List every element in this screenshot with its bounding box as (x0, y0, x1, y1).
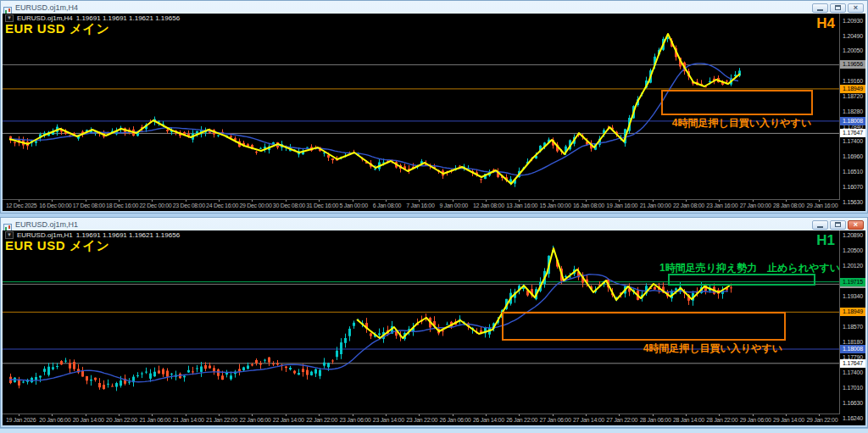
price-level-badge: 1.18949 (840, 308, 865, 316)
time-tick-mark (286, 200, 287, 202)
chart-window-h4: EURUSD.oj1m,H4 × ▼ EURUSD.oj1m,H4 1.1969… (0, 0, 868, 214)
time-tick-label: 20 Jan 14:00 (73, 417, 104, 423)
close-button[interactable]: × (848, 3, 864, 13)
time-tick-label: 29 Jan 06:00 (740, 417, 771, 423)
time-tick-label: 27 Jan 14:00 (573, 417, 604, 423)
price-tick-label: 1.17400 (843, 138, 863, 144)
time-tick-label: 12 Dec 2025 (6, 203, 36, 208)
time-tick-mark (152, 414, 153, 416)
candles-layer (9, 34, 741, 187)
pair-label: EUR USD メイン (5, 21, 109, 37)
time-tick-mark (19, 200, 19, 202)
time-tick-label: 22 Jan 14:00 (273, 417, 304, 423)
candles-layer (9, 246, 732, 391)
chart-window-icon (3, 220, 12, 229)
time-tick-label: 30 Dec 08:00 (273, 203, 305, 208)
time-tick-mark (86, 414, 86, 416)
price-tick-label: 1.20890 (843, 232, 863, 238)
titlebar-h4[interactable]: EURUSD.oj1m,H4 × (1, 1, 867, 14)
time-tick-mark (419, 414, 420, 416)
timeframe-label-h4: H4 (816, 15, 835, 32)
candlestick-plot-h1[interactable] (3, 230, 865, 414)
time-axis[interactable]: 12 Dec 202516 Dec 00:0017 Dec 08:0018 De… (3, 199, 865, 211)
time-tick-mark (686, 200, 687, 202)
price-tick-label: 1.18180 (843, 339, 863, 345)
titlebar-h1[interactable]: EURUSD.oj1m,H1 × (1, 218, 867, 230)
time-tick-label: 22 Jan 08:00 (673, 203, 704, 208)
close-icon: × (854, 4, 858, 12)
time-tick-mark (219, 200, 220, 202)
price-tick-label: 1.17400 (843, 369, 863, 375)
close-button[interactable]: × (848, 220, 864, 230)
chart-area-h1[interactable]: ▼ EURUSD.oj1m,H1 1.19691 1.19691 1.19621… (3, 230, 865, 425)
price-tick-label: 1.16630 (843, 400, 863, 406)
price-level-badge: 1.17647 (840, 129, 865, 137)
annotation-rect (669, 275, 815, 285)
close-icon: × (854, 221, 858, 229)
time-tick-label: 28 Jan 14:00 (673, 417, 704, 423)
time-tick-label: 9 Jan 00:00 (440, 203, 468, 208)
price-tick-label: 1.16960 (843, 153, 863, 159)
chart-window-h1: EURUSD.oj1m,H1 × ▼ EURUSD.oj1m,H1 1.1969… (0, 217, 868, 428)
time-tick-label: 19 Jan 16:00 (606, 203, 637, 208)
time-tick-label: 7 Jan 16:00 (406, 203, 434, 208)
price-axis[interactable]: 1.209301.204901.200501.191601.187201.182… (839, 14, 865, 200)
level-lines (3, 64, 840, 133)
price-tick-label: 1.18720 (843, 93, 863, 99)
time-tick-mark (453, 414, 453, 416)
minimize-icon (817, 9, 823, 11)
chart-area-h4[interactable]: ▼ EURUSD.oj1m,H4 1.19691 1.19691 1.19621… (3, 14, 865, 211)
time-tick-label: 26 Jan 06:00 (440, 417, 471, 423)
window-title: EURUSD.oj1m,H4 (15, 3, 809, 13)
price-tick-label: 1.20050 (843, 47, 863, 53)
price-level-badge: 1.18008 (840, 117, 865, 125)
time-tick-label: 22 Jan 22:00 (306, 417, 337, 423)
price-axis[interactable]: 1.208901.205001.201201.193401.185701.181… (839, 230, 865, 414)
time-tick-mark (386, 414, 387, 416)
time-tick-mark (186, 200, 186, 202)
time-tick-mark (419, 200, 420, 202)
restore-icon (835, 222, 841, 227)
time-tick-mark (719, 200, 720, 202)
chart-window-icon (3, 3, 12, 12)
time-tick-label: 28 Jan 06:00 (640, 417, 671, 423)
price-tick-label: 1.19160 (843, 78, 863, 84)
price-level-badge: 1.18949 (840, 85, 865, 93)
time-axis[interactable]: 19 Jan 202620 Jan 06:0020 Jan 14:0020 Ja… (3, 414, 865, 425)
time-tick-label: 6 Jan 08:00 (373, 203, 401, 208)
time-tick-mark (519, 200, 520, 202)
candlestick-plot-h4[interactable] (3, 14, 865, 200)
time-tick-label: 20 Jan 22:00 (106, 417, 137, 423)
time-tick-mark (819, 200, 820, 202)
mt4-workspace: EURUSD.oj1m,H4 × ▼ EURUSD.oj1m,H4 1.1969… (0, 0, 868, 433)
time-tick-mark (586, 414, 587, 416)
time-tick-mark (619, 414, 620, 416)
time-tick-label: 16 Jan 08:00 (573, 203, 604, 208)
time-tick-mark (486, 414, 487, 416)
time-tick-mark (553, 200, 554, 202)
time-tick-mark (252, 200, 253, 202)
time-tick-label: 27 Jan 22:00 (606, 417, 637, 423)
price-tick-label: 1.18280 (843, 108, 863, 114)
time-tick-label: 21 Jan 00:00 (640, 203, 671, 208)
time-tick-mark (819, 414, 820, 416)
minimize-icon (817, 226, 823, 228)
price-tick-label: 1.20490 (843, 33, 863, 39)
time-tick-mark (119, 414, 120, 416)
time-tick-label: 17 Dec 08:00 (73, 203, 105, 208)
time-tick-label: 13 Jan 16:00 (506, 203, 537, 208)
time-tick-label: 23 Jan 06:00 (340, 417, 371, 423)
minimize-button[interactable] (812, 220, 828, 230)
workspace-scrollbar-strip[interactable] (0, 428, 868, 433)
moving-average-line (9, 275, 728, 382)
minimize-button[interactable] (812, 3, 828, 13)
price-tick-label: 1.20120 (843, 263, 863, 269)
time-tick-mark (386, 200, 387, 202)
time-tick-mark (653, 200, 654, 202)
restore-icon (835, 5, 841, 10)
time-tick-mark (186, 414, 186, 416)
time-tick-mark (152, 200, 153, 202)
price-level-badge: 1.17647 (840, 359, 865, 368)
restore-button[interactable] (830, 3, 846, 13)
restore-button[interactable] (830, 220, 846, 230)
